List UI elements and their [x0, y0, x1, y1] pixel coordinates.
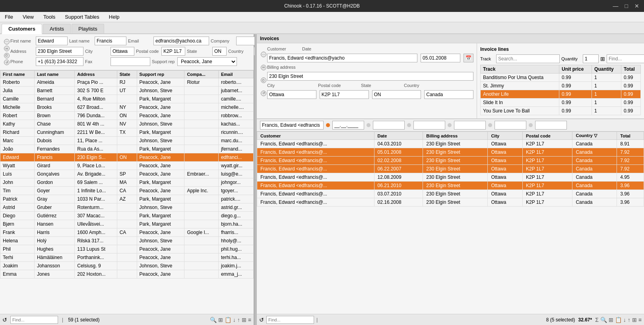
filter-country-input[interactable]: [495, 121, 526, 130]
table-row[interactable]: MarcDubois11, Place ...Johnson, Stevemar…: [0, 137, 254, 145]
search-icon[interactable]: 🔍: [210, 317, 217, 323]
invoice-row[interactable]: Francis, Edward <edfrancis@...04.03.2010…: [257, 140, 644, 148]
filter-total-input[interactable]: [535, 121, 567, 130]
filter-date-input[interactable]: [332, 121, 364, 130]
inv-state-input[interactable]: [372, 90, 421, 99]
right-export-icon[interactable]: 📋: [615, 317, 622, 323]
table-row[interactable]: DiegoGutiérrez307 Macac...Park, Margaret…: [0, 212, 254, 220]
right-up-icon[interactable]: ↑: [628, 317, 630, 323]
tab-artists[interactable]: Artists: [43, 24, 71, 33]
table-row[interactable]: TimGoyer1 Infinite Lo...CAPeacock, JaneA…: [0, 187, 254, 195]
inv-nav-icon-1[interactable]: ⋯: [261, 52, 266, 57]
right-grid-icon[interactable]: ⊞: [632, 317, 637, 323]
inv-postal-input[interactable]: [320, 90, 369, 99]
inv-col-billing[interactable]: Billing address: [423, 132, 488, 140]
table-row[interactable]: CamilleBernard4, Rue MiltonPark, Margare…: [0, 95, 254, 103]
table-row[interactable]: JoãoFernandesRua da As...Park, Margaretj…: [0, 145, 254, 153]
col-header-firstname[interactable]: First name: [0, 71, 35, 78]
inv-nav-icon-3[interactable]: 🗋: [261, 77, 266, 83]
right-copy-icon[interactable]: ⊞: [609, 317, 613, 323]
table-row[interactable]: EdwardFrancis230 Elgin S...ONPeacock, Ja…: [0, 153, 254, 162]
menu-tools[interactable]: Tools: [40, 13, 58, 21]
nav-icon-3[interactable]: 🗋: [4, 53, 10, 58]
minimize-button[interactable]: —: [611, 3, 620, 9]
inv-city-input[interactable]: [267, 90, 316, 99]
table-row[interactable]: FrankHarris1600 Amph...CAPeacock, JaneGo…: [0, 228, 254, 237]
invoice-row[interactable]: Francis, Edward <edfrancis@...06.21.2010…: [257, 182, 644, 190]
inv-billing-input[interactable]: [267, 72, 473, 81]
table-row[interactable]: RichardCunningham2211 W Be...TXPark, Mar…: [0, 128, 254, 137]
table-row[interactable]: EmmaJones202 Hoxton...Peacock, Janeemma_…: [0, 270, 254, 279]
maximize-button[interactable]: □: [623, 3, 630, 9]
col-unit-price[interactable]: Unit price: [559, 65, 592, 74]
filter-city-input[interactable]: [413, 121, 445, 130]
inv-col-customer[interactable]: Customer: [257, 132, 374, 140]
lastname-input[interactable]: [95, 37, 126, 45]
nav-icon-1[interactable]: ⋯: [4, 39, 10, 44]
right-list-icon[interactable]: ≡: [638, 317, 642, 323]
inv-country-input[interactable]: [424, 90, 473, 99]
invoice-row[interactable]: Francis, Edward <edfrancis@...03.07.2010…: [257, 190, 644, 198]
fax-input[interactable]: [111, 57, 150, 66]
col-track[interactable]: Track: [481, 65, 559, 74]
table-row[interactable]: JuliaBarnett302 S 700 EUTJohnson, Stevej…: [0, 87, 254, 95]
menu-file[interactable]: File: [2, 13, 16, 21]
invoice-line-row[interactable]: Another Life0.9910.99: [481, 90, 641, 99]
supportrep-select[interactable]: Peacock, Jane Johnson, Steve Park, Marga…: [177, 57, 237, 66]
table-row[interactable]: AstridGruberRotenturm...Johnson, Steveas…: [0, 203, 254, 212]
col-total[interactable]: Total: [621, 65, 641, 74]
table-row[interactable]: RobertoAlmeidaPraça Pio ...RJPeacock, Ja…: [0, 78, 254, 87]
filter-postal-input[interactable]: [454, 121, 486, 130]
inv-nav-icon-4[interactable]: ↺: [261, 91, 266, 96]
sigma-icon[interactable]: Σ: [595, 317, 599, 323]
table-row[interactable]: HelenaHolýRilská 317...Johnson, Stevehho…: [0, 237, 254, 245]
grid-icon[interactable]: ⊞: [242, 317, 246, 323]
table-row[interactable]: PatrickGray1033 N Par...AZPark, Margaret…: [0, 195, 254, 203]
right-search-icon[interactable]: 🔍: [600, 317, 607, 323]
menu-support-tables[interactable]: Support Tables: [62, 13, 103, 21]
invoice-row[interactable]: Francis, Edward <edfrancis@...02.16.2008…: [257, 198, 644, 207]
filter-billing-input[interactable]: [373, 121, 405, 130]
table-row[interactable]: WyattGirard9, Place Lo...Peacock, Janewy…: [0, 162, 254, 170]
nav-icon-4[interactable]: ↺: [4, 60, 10, 65]
invoice-line-row[interactable]: Banditismo Por Uma Questa0.9910.99: [481, 74, 641, 82]
nav-icon-2[interactable]: H: [4, 46, 10, 51]
city-input[interactable]: [111, 47, 134, 56]
table-row[interactable]: RobertBrown796 Dunda...ONPeacock, Janero…: [0, 112, 254, 120]
down-icon[interactable]: ↓: [233, 317, 236, 323]
export-icon[interactable]: 📋: [225, 317, 231, 323]
invoice-row[interactable]: Francis, Edward <edfrancis@...02.02.2008…: [257, 157, 644, 165]
invoice-line-row[interactable]: Slide It In0.9910.99: [481, 99, 641, 107]
table-row[interactable]: JoakimJohanssonCelsiusg. 9Johnson, Steve…: [0, 262, 254, 270]
inv-lines-find-input[interactable]: [607, 54, 644, 63]
postal-input[interactable]: [161, 47, 185, 56]
invoice-line-row[interactable]: You Sure Love To Ball0.9910.99: [481, 107, 641, 115]
phone-input[interactable]: [36, 57, 83, 66]
right-down-icon[interactable]: ↓: [623, 317, 626, 323]
table-row[interactable]: BjørnHansenUllevålsvei...Park, Margaretb…: [0, 220, 254, 228]
inv-lines-search-input[interactable]: [496, 54, 560, 63]
table-row[interactable]: KathyChase801 W 4th ...NVJohnson, Stevek…: [0, 120, 254, 128]
invoice-line-row[interactable]: St. Jimmy0.9910.99: [481, 82, 641, 90]
address-input[interactable]: [36, 47, 83, 56]
up-icon[interactable]: ↑: [237, 317, 240, 323]
inv-nav-icon-2[interactable]: H: [261, 65, 266, 70]
copy-icon[interactable]: ⊞: [218, 317, 223, 323]
invoice-row[interactable]: Francis, Edward <edfrancis@...05.01.2008…: [257, 148, 644, 157]
invoice-row[interactable]: Francis, Edward <edfrancis@...06.22.2007…: [257, 165, 644, 173]
inv-col-postal[interactable]: Postal code: [523, 132, 572, 140]
table-row[interactable]: MichelleBrooks627 Broad...NYPeacock, Jan…: [0, 103, 254, 112]
right-refresh-icon[interactable]: ↺: [259, 317, 264, 323]
col-header-state[interactable]: State: [117, 71, 137, 78]
list-icon[interactable]: ≡: [248, 317, 251, 323]
menu-view[interactable]: View: [19, 13, 37, 21]
close-button[interactable]: ✕: [633, 3, 641, 9]
col-header-address[interactable]: Address: [75, 71, 117, 78]
invoice-row[interactable]: Francis, Edward <edfrancis@...12.08.2009…: [257, 173, 644, 182]
inv-lines-qty-input[interactable]: [583, 54, 599, 63]
inv-date-btn[interactable]: 📅: [464, 54, 473, 62]
table-row[interactable]: TerhiHämäläinenPorthanink...Peacock, Jan…: [0, 253, 254, 262]
email-input[interactable]: [153, 37, 209, 45]
tab-playlists[interactable]: Playlists: [72, 24, 104, 33]
col-header-supportrep[interactable]: Support rep: [137, 71, 184, 78]
